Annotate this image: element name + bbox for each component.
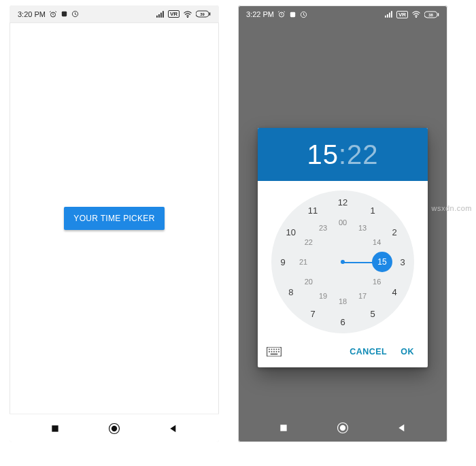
svg-text:38: 38 — [428, 13, 433, 17]
network-lte-icon: VR — [168, 10, 180, 18]
status-time: 3:22 PM — [246, 10, 274, 18]
clock-hour-inner[interactable]: 23 — [315, 224, 331, 232]
svg-rect-28 — [273, 349, 275, 350]
keyboard-toggle-icon[interactable] — [265, 344, 284, 359]
debug-icon — [71, 10, 79, 18]
clock-hour-inner[interactable]: 19 — [315, 292, 331, 300]
svg-rect-34 — [276, 351, 277, 352]
clock-hour-inner[interactable]: 22 — [301, 238, 317, 246]
debug-icon — [300, 11, 307, 18]
clock-center-dot — [341, 260, 345, 264]
nav-back-button[interactable] — [388, 414, 415, 442]
signal-icon — [156, 11, 165, 18]
svg-point-21 — [415, 17, 416, 18]
signal-icon — [385, 11, 393, 18]
clock-hour-outer[interactable]: 7 — [305, 309, 321, 319]
alarm-icon — [277, 10, 286, 18]
screen-content: YOUR TIME PICKER — [10, 23, 219, 414]
time-hour[interactable]: 15 — [307, 139, 339, 170]
clock-hour-inner[interactable]: 20 — [301, 278, 317, 286]
status-bar: 3:22 PM VR 38 — [238, 5, 447, 23]
svg-rect-27 — [271, 349, 273, 350]
clock-hour-outer[interactable]: 2 — [386, 227, 403, 237]
nav-bar — [238, 414, 447, 442]
svg-rect-37 — [280, 425, 286, 431]
svg-rect-3 — [156, 15, 158, 17]
svg-rect-23 — [438, 13, 439, 16]
watermark-text: wsxdn.com — [431, 204, 472, 212]
svg-point-39 — [340, 425, 345, 431]
svg-rect-18 — [387, 14, 388, 18]
battery-icon: 38 — [424, 11, 439, 18]
clock-hour-outer[interactable]: 10 — [283, 227, 299, 237]
clock-hour-outer[interactable]: 12 — [335, 197, 351, 207]
cancel-button[interactable]: CANCEL — [343, 342, 394, 362]
nav-back-button[interactable] — [160, 415, 187, 442]
wifi-icon — [411, 11, 421, 18]
svg-rect-9 — [209, 12, 210, 15]
clock-face[interactable]: 15 1200113214315416517618719820921102211… — [271, 190, 414, 333]
clock-hour-inner[interactable]: 18 — [335, 297, 351, 305]
ok-button[interactable]: OK — [394, 342, 421, 362]
time-display: 15:22 — [258, 128, 428, 181]
clock-hour-outer[interactable]: 1 — [364, 205, 381, 215]
clock-hour-inner[interactable]: 14 — [369, 238, 385, 246]
clock-hour-outer[interactable]: 3 — [394, 257, 411, 267]
svg-rect-15 — [290, 12, 295, 16]
status-time: 3:20 PM — [18, 10, 46, 18]
sync-icon — [289, 11, 296, 18]
svg-point-7 — [187, 16, 188, 17]
clock-hour-outer[interactable]: 9 — [275, 257, 291, 267]
svg-rect-11 — [52, 425, 58, 431]
phone-screen-right: 3:22 PM VR 38 — [238, 5, 447, 442]
alarm-icon — [49, 10, 57, 18]
svg-rect-1 — [62, 12, 67, 16]
svg-rect-36 — [271, 354, 278, 355]
status-bar: 3:20 PM VR 39 — [10, 5, 219, 23]
time-minute[interactable]: 22 — [347, 139, 379, 170]
nav-home-button[interactable] — [329, 414, 356, 442]
clock-hour-inner[interactable]: 00 — [335, 218, 351, 227]
svg-rect-17 — [385, 16, 386, 18]
nav-recents-button[interactable] — [41, 415, 69, 442]
clock-hour-inner[interactable]: 16 — [369, 278, 385, 286]
clock-hour-outer[interactable]: 4 — [386, 287, 403, 297]
time-separator: : — [339, 139, 347, 170]
svg-point-13 — [112, 425, 117, 431]
svg-rect-31 — [269, 351, 270, 352]
svg-rect-5 — [160, 12, 162, 17]
clock-hour-outer[interactable]: 11 — [305, 205, 321, 215]
svg-rect-29 — [276, 349, 277, 350]
svg-rect-26 — [269, 349, 270, 350]
clock-hour-outer[interactable]: 8 — [283, 287, 299, 297]
svg-rect-6 — [163, 11, 164, 18]
svg-text:39: 39 — [200, 12, 205, 16]
phone-screen-left: 3:20 PM VR 39 — [10, 5, 219, 442]
svg-rect-30 — [278, 349, 279, 350]
clock-hour-inner[interactable]: 17 — [354, 292, 371, 300]
open-time-picker-button[interactable]: YOUR TIME PICKER — [64, 207, 164, 230]
dialog-actions: CANCEL OK — [258, 336, 428, 367]
svg-rect-20 — [391, 11, 392, 18]
svg-rect-19 — [389, 13, 390, 18]
time-picker-dialog: 15:22 15 1200113214315416517618719820921… — [258, 128, 428, 367]
clock-selected-knob[interactable]: 15 — [372, 252, 392, 272]
svg-rect-33 — [273, 351, 275, 352]
svg-rect-4 — [158, 14, 160, 18]
svg-rect-32 — [271, 351, 273, 352]
network-lte-icon: VR — [396, 11, 408, 18]
clock-hour-inner[interactable]: 21 — [295, 258, 311, 266]
svg-rect-35 — [278, 351, 279, 352]
battery-icon: 39 — [196, 10, 211, 18]
nav-recents-button[interactable] — [270, 414, 297, 442]
clock-hour-outer[interactable]: 6 — [335, 317, 351, 327]
wifi-icon — [183, 11, 192, 18]
nav-bar — [10, 414, 219, 442]
nav-home-button[interactable] — [101, 415, 128, 442]
clock-hour-inner[interactable]: 13 — [354, 224, 371, 232]
sync-icon — [61, 10, 68, 18]
clock-hour-outer[interactable]: 5 — [364, 309, 381, 319]
